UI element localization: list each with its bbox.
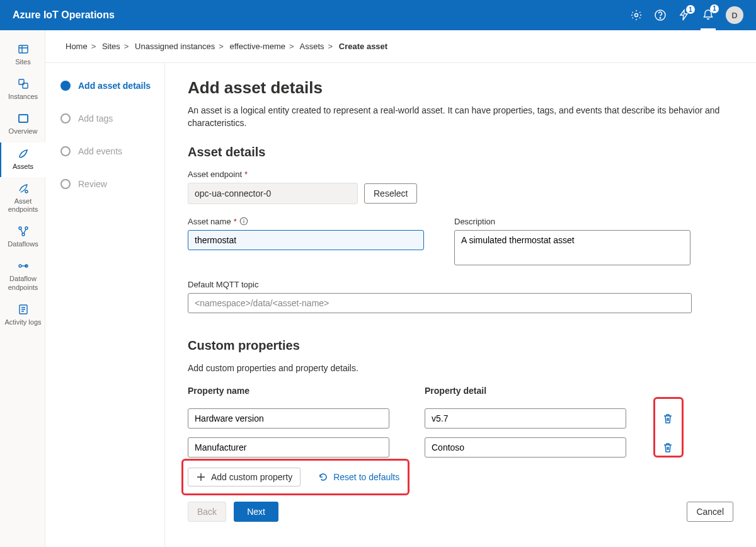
breadcrumb-home[interactable]: Home: [66, 42, 88, 51]
step-tags-label: Add tags: [78, 113, 113, 124]
nav-dataflow-endpoints-label: Dataflow endpoints: [4, 275, 43, 291]
svg-point-0: [635, 14, 638, 17]
nav-assets-label: Assets: [13, 163, 33, 171]
col-header-detail: Property detail: [425, 386, 626, 396]
svg-point-8: [25, 190, 28, 193]
nav-dataflows-label: Dataflows: [8, 240, 38, 248]
custom-intro: Add custom properties and property detai…: [188, 363, 733, 373]
nav-asset-endpoints-label: Asset endpoints: [4, 197, 43, 214]
wizard-steps: Add asset details Add tags Add events Re…: [45, 63, 165, 547]
svg-point-12: [19, 265, 21, 267]
breadcrumb-current: Create asset: [339, 42, 387, 51]
prop-detail-input-0[interactable]: [425, 408, 626, 429]
notifications-badge: 1: [710, 4, 719, 13]
nav-dataflow-endpoints[interactable]: Dataflow endpoints: [0, 255, 45, 297]
reset-defaults-button[interactable]: Reset to defaults: [311, 468, 407, 487]
app-title: Azure IoT Operations: [13, 9, 115, 21]
svg-point-9: [19, 227, 21, 229]
name-desc-row: Asset name * Description: [188, 217, 733, 280]
breadcrumb-unassigned[interactable]: Unassigned instances: [135, 42, 215, 51]
asset-name-input[interactable]: [188, 230, 424, 250]
delete-icon[interactable]: [662, 412, 674, 425]
topbar-actions: 1 1 D: [630, 0, 743, 30]
field-description: Description: [454, 217, 690, 267]
add-custom-property-button[interactable]: Add custom property: [188, 468, 301, 487]
back-button: Back: [188, 502, 226, 522]
diagnostics-icon[interactable]: 1: [678, 9, 690, 21]
nav-activity-logs[interactable]: Activity logs: [0, 298, 45, 333]
breadcrumb-instance[interactable]: effective-meme: [229, 42, 285, 51]
step-circle-icon: [60, 113, 71, 124]
nav-instances-label: Instances: [8, 93, 38, 101]
nav-dataflows[interactable]: Dataflows: [0, 220, 45, 255]
nav-sites-label: Sites: [15, 58, 30, 66]
page-intro: An asset is a logical entity created to …: [188, 104, 733, 130]
nav-overview-label: Overview: [9, 127, 38, 135]
prop-detail-input-1[interactable]: [425, 437, 626, 458]
svg-rect-7: [19, 115, 28, 122]
cancel-button[interactable]: Cancel: [687, 502, 733, 522]
label-name: Asset name *: [188, 217, 424, 226]
svg-point-2: [660, 18, 660, 18]
step-details[interactable]: Add asset details: [60, 81, 159, 91]
settings-icon[interactable]: [630, 9, 643, 21]
svg-rect-5: [23, 83, 28, 88]
step-details-label: Add asset details: [78, 81, 151, 91]
custom-actions: Add custom property Reset to defaults: [188, 468, 733, 487]
next-button[interactable]: Next: [234, 502, 278, 522]
svg-rect-3: [19, 45, 28, 53]
field-name: Asset name *: [188, 217, 424, 267]
svg-point-11: [22, 233, 25, 236]
prop-name-input-1[interactable]: [188, 437, 389, 458]
content: Home> Sites> Unassigned instances> effec…: [45, 30, 756, 547]
label-description: Description: [454, 217, 690, 226]
svg-rect-4: [19, 79, 24, 84]
info-icon[interactable]: [239, 217, 248, 226]
diagnostics-badge: 1: [686, 5, 695, 14]
nav-sites[interactable]: Sites: [0, 38, 45, 72]
nav-activity-logs-label: Activity logs: [4, 318, 41, 326]
nav-assets[interactable]: Assets: [0, 142, 45, 177]
wizard-footer: Back Next Cancel: [188, 492, 733, 532]
notifications-wrap: 1: [701, 0, 716, 30]
field-mqtt: Default MQTT topic: [188, 280, 692, 313]
delete-icon[interactable]: [662, 441, 674, 454]
svg-point-10: [25, 227, 28, 229]
breadcrumb-sites[interactable]: Sites: [102, 42, 120, 51]
avatar[interactable]: D: [726, 6, 743, 24]
shell: Sites Instances Overview Assets Asset en…: [0, 30, 756, 547]
endpoint-value: opc-ua-connector-0: [188, 183, 358, 204]
svg-rect-6: [19, 115, 28, 122]
mqtt-input[interactable]: [188, 293, 692, 313]
step-review[interactable]: Review: [60, 179, 159, 189]
custom-properties-grid: Property name Property detail: [188, 386, 733, 458]
label-endpoint: Asset endpoint *: [188, 170, 733, 179]
description-input[interactable]: [454, 230, 690, 265]
custom-properties-block: Property name Property detail: [188, 386, 733, 487]
section-details-heading: Asset details: [188, 145, 733, 159]
reselect-button[interactable]: Reselect: [364, 183, 417, 204]
step-events-label: Add events: [78, 146, 122, 156]
field-endpoint: Asset endpoint * opc-ua-connector-0 Rese…: [188, 170, 733, 204]
reset-defaults-label: Reset to defaults: [333, 472, 399, 482]
breadcrumb: Home> Sites> Unassigned instances> effec…: [45, 30, 756, 63]
step-circle-icon: [60, 81, 71, 91]
step-tags[interactable]: Add tags: [60, 113, 159, 124]
body: Add asset details Add tags Add events Re…: [45, 63, 756, 547]
nav-instances[interactable]: Instances: [0, 72, 45, 107]
prop-name-input-0[interactable]: [188, 408, 389, 429]
breadcrumb-assets[interactable]: Assets: [300, 42, 324, 51]
refresh-icon: [318, 472, 328, 482]
plus-icon: [196, 472, 206, 482]
help-icon[interactable]: [654, 9, 667, 21]
step-events[interactable]: Add events: [60, 146, 159, 156]
notifications-icon[interactable]: 1: [702, 8, 714, 21]
step-circle-icon: [60, 179, 71, 189]
col-header-name: Property name: [188, 386, 389, 396]
page-title: Add asset details: [188, 78, 733, 98]
nav-asset-endpoints[interactable]: Asset endpoints: [0, 177, 45, 220]
label-mqtt: Default MQTT topic: [188, 280, 692, 289]
step-review-label: Review: [78, 179, 107, 189]
top-bar: Azure IoT Operations 1 1 D: [0, 0, 756, 30]
nav-overview[interactable]: Overview: [0, 107, 45, 142]
